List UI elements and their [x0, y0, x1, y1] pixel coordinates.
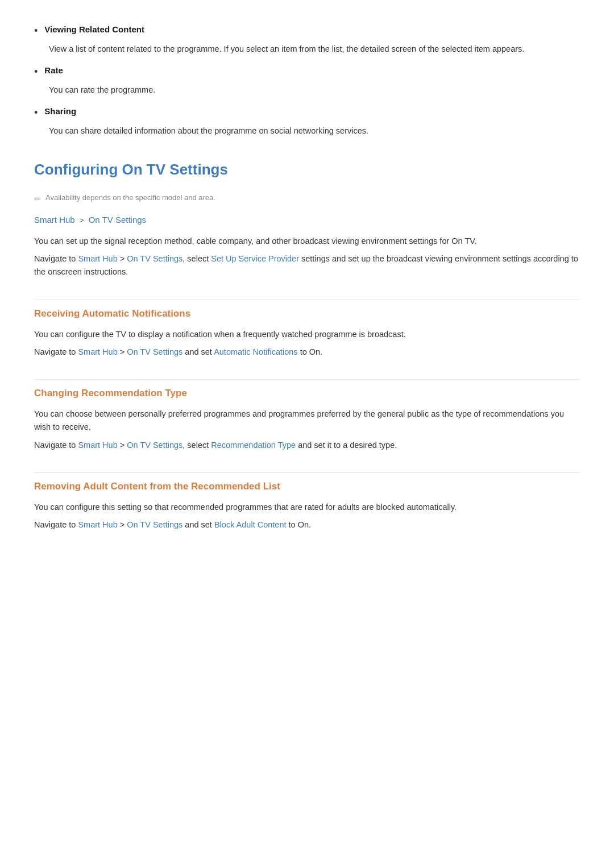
changing-recommendation-section: Changing Recommendation Type You can cho…: [34, 379, 580, 452]
bullet-item-rate: • Rate: [34, 64, 580, 80]
receiving-para1: You can configure the TV to display a no…: [34, 328, 580, 341]
bullet-title-viewing: Viewing Related Content: [44, 23, 144, 36]
receiving-notifications-body: You can configure the TV to display a no…: [34, 328, 580, 359]
bullet-title-sharing: Sharing: [44, 105, 76, 118]
breadcrumb: Smart Hub > On TV Settings: [34, 213, 580, 227]
removing-mid: and set: [182, 520, 214, 529]
removing-adult-content-heading: Removing Adult Content from the Recommen…: [34, 479, 580, 494]
bullet-dot-1: •: [34, 23, 38, 39]
receiving-ontv-link[interactable]: On TV Settings: [127, 347, 182, 356]
bullet-list: • Viewing Related Content View a list of…: [34, 23, 580, 138]
receiving-autonotif-link[interactable]: Automatic Notifications: [214, 347, 297, 356]
bullet-item-sharing: • Sharing: [34, 105, 580, 121]
intro-para2: Navigate to Smart Hub > On TV Settings, …: [34, 252, 580, 279]
intro-para2-pre: Navigate to: [34, 254, 78, 263]
bullet-desc-rate: You can rate the programme.: [49, 84, 580, 97]
removing-smarthub-link[interactable]: Smart Hub: [78, 520, 117, 529]
removing-blockadult-link[interactable]: Block Adult Content: [214, 520, 287, 529]
note-pencil-icon: ✏: [34, 193, 41, 205]
changing-pre: Navigate to: [34, 441, 78, 450]
removing-adult-content-section: Removing Adult Content from the Recommen…: [34, 472, 580, 532]
bullet-item-viewing: • Viewing Related Content: [34, 23, 580, 39]
receiving-post: to On.: [298, 347, 323, 356]
removing-ontv-link[interactable]: On TV Settings: [127, 520, 182, 529]
changing-post: and set it to a desired type.: [296, 441, 397, 450]
main-heading: Configuring On TV Settings: [34, 158, 580, 182]
changing-chevron: >: [118, 441, 127, 450]
removing-pre: Navigate to: [34, 520, 78, 529]
removing-adult-content-body: You can configure this setting so that r…: [34, 501, 580, 531]
note-text: Availability depends on the specific mod…: [45, 192, 215, 204]
receiving-smarthub-link[interactable]: Smart Hub: [78, 347, 117, 356]
intro-setup-link[interactable]: Set Up Service Provider: [211, 254, 299, 263]
intro-chevron1: >: [118, 254, 127, 263]
changing-para1: You can choose between personally prefer…: [34, 408, 580, 434]
receiving-para2: Navigate to Smart Hub > On TV Settings a…: [34, 346, 580, 359]
changing-ontv-link[interactable]: On TV Settings: [127, 441, 182, 450]
bullet-title-rate: Rate: [44, 64, 63, 77]
receiving-pre: Navigate to: [34, 347, 78, 356]
changing-para2: Navigate to Smart Hub > On TV Settings, …: [34, 439, 580, 452]
removing-para2: Navigate to Smart Hub > On TV Settings a…: [34, 518, 580, 531]
intro-para2-mid: , select: [182, 254, 211, 263]
receiving-mid: and set: [182, 347, 214, 356]
removing-post: to On.: [286, 520, 311, 529]
bullet-desc-sharing: You can share detailed information about…: [49, 124, 580, 138]
changing-recommendation-heading: Changing Recommendation Type: [34, 385, 580, 401]
main-section: Configuring On TV Settings ✏ Availabilit…: [34, 158, 580, 279]
changing-recommendation-body: You can choose between personally prefer…: [34, 408, 580, 452]
intro-ontv-link[interactable]: On TV Settings: [127, 254, 182, 263]
receiving-notifications-heading: Receiving Automatic Notifications: [34, 306, 580, 321]
removing-chevron: >: [118, 520, 127, 529]
bullet-desc-viewing: View a list of content related to the pr…: [49, 43, 580, 56]
intro-para1: You can set up the signal reception meth…: [34, 235, 580, 248]
bullet-dot-2: •: [34, 64, 38, 80]
intro-block: You can set up the signal reception meth…: [34, 235, 580, 279]
breadcrumb-smarthub[interactable]: Smart Hub: [34, 215, 75, 225]
availability-note: ✏ Availability depends on the specific m…: [34, 192, 580, 205]
breadcrumb-ontv[interactable]: On TV Settings: [89, 215, 146, 225]
receiving-notifications-section: Receiving Automatic Notifications You ca…: [34, 300, 580, 359]
bullet-dot-3: •: [34, 105, 38, 121]
receiving-chevron: >: [118, 347, 127, 356]
changing-rectype-link[interactable]: Recommendation Type: [211, 441, 296, 450]
changing-smarthub-link[interactable]: Smart Hub: [78, 441, 117, 450]
changing-mid: , select: [182, 441, 211, 450]
removing-para1: You can configure this setting so that r…: [34, 501, 580, 514]
intro-smarthub-link[interactable]: Smart Hub: [78, 254, 117, 263]
breadcrumb-chevron: >: [80, 216, 84, 225]
